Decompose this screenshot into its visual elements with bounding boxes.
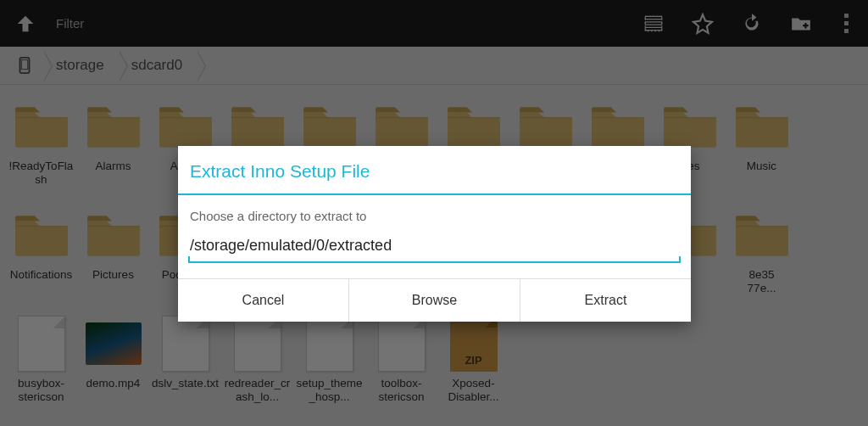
screen: Filter storage bbox=[0, 0, 868, 426]
dialog-message: Choose a directory to extract to bbox=[178, 195, 691, 232]
dialog-input-wrap bbox=[188, 232, 681, 263]
extract-path-input[interactable] bbox=[188, 232, 681, 263]
extract-button[interactable]: Extract bbox=[520, 279, 691, 322]
dialog-title: Extract Inno Setup File bbox=[178, 146, 691, 193]
browse-button[interactable]: Browse bbox=[348, 279, 520, 322]
dialog-buttons: Cancel Browse Extract bbox=[178, 278, 691, 322]
cancel-button[interactable]: Cancel bbox=[178, 279, 348, 322]
extract-dialog: Extract Inno Setup File Choose a directo… bbox=[178, 146, 691, 322]
